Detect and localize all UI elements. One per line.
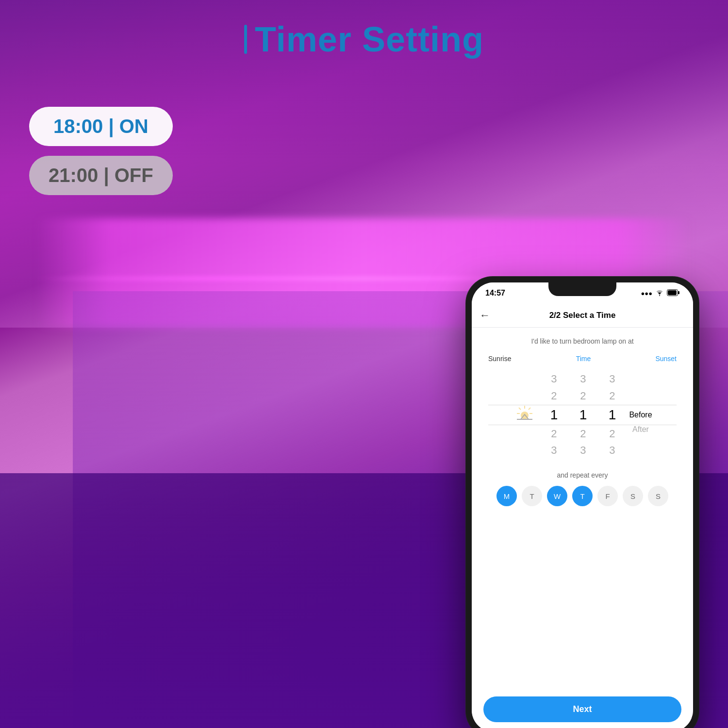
phone-notch (548, 282, 616, 296)
app-header: ← 2/2 Select a Time (472, 304, 693, 328)
day-saturday[interactable]: S (623, 486, 643, 506)
before-after-col[interactable]: Before After (629, 380, 652, 450)
picker-item-selected: 1 (571, 405, 595, 424)
day-label: M (504, 492, 510, 500)
picker-item: 3 (600, 372, 624, 387)
next-button[interactable]: Next (483, 696, 681, 722)
sunrise-col (513, 404, 537, 427)
days-row: M T W T (483, 486, 681, 506)
app-content: I'd like to turn bedroom lamp on at Sunr… (472, 328, 693, 516)
back-button[interactable]: ← (480, 309, 490, 322)
picker-item: 2 (542, 389, 566, 404)
day-wednesday[interactable]: W (547, 486, 567, 506)
header-title: 2/2 Select a Time (549, 311, 616, 320)
picker-item: 3 (571, 372, 595, 387)
before-after-item: After (632, 423, 649, 436)
day-thursday[interactable]: T (572, 486, 593, 506)
app-main: I'd like to turn bedroom lamp on at Sunr… (472, 328, 693, 687)
repeat-section: and repeat every M T W (483, 471, 681, 506)
picker-item-selected: 1 (542, 405, 566, 424)
repeat-label: and repeat every (483, 471, 681, 479)
title-bar-icon (244, 25, 247, 54)
svg-line-8 (519, 408, 521, 410)
day-friday[interactable]: F (597, 486, 618, 506)
scroll-picker[interactable]: 3 2 1 2 3 3 2 1 2 (483, 366, 681, 463)
page-title-area: Timer Setting (0, 19, 728, 59)
subtitle-text: I'd like to turn bedroom lamp on at (483, 337, 681, 345)
day-label: T (580, 492, 584, 500)
picker-item: 3 (542, 443, 566, 458)
page-title: Timer Setting (255, 19, 484, 59)
before-after-item (640, 380, 642, 393)
next-btn-container: Next (472, 687, 693, 728)
picker-item: 2 (600, 389, 624, 404)
timer-badges: 18:00 | ON 21:00 | OFF (29, 107, 173, 195)
time-options-row: Sunrise Time Sunset (483, 355, 681, 363)
phone-container: 14:57 ●●● (466, 277, 699, 728)
picker-item: 2 (600, 427, 624, 442)
time-label[interactable]: Time (576, 355, 591, 363)
picker-item: 3 (542, 372, 566, 387)
svg-rect-3 (678, 291, 679, 294)
app-screen: 14:57 ●●● (472, 282, 693, 728)
battery-icon (667, 289, 679, 298)
wifi-icon (655, 289, 664, 298)
day-label: S (630, 492, 635, 500)
timer-on-label: 18:00 | ON (53, 116, 149, 137)
sunrise-label[interactable]: Sunrise (488, 355, 511, 363)
day-label: T (529, 492, 534, 500)
picker-item: 3 (600, 443, 624, 458)
svg-rect-2 (668, 290, 677, 295)
picker-col-left[interactable]: 3 2 1 2 3 (542, 372, 566, 458)
status-time: 14:57 (485, 289, 505, 298)
before-after-item (640, 437, 642, 450)
day-tuesday[interactable]: T (522, 486, 542, 506)
picker-item: 2 (571, 389, 595, 404)
before-after-selected: Before (629, 409, 652, 421)
day-label: W (554, 492, 561, 500)
day-label: S (656, 492, 661, 500)
status-icons: ●●● (641, 289, 679, 298)
svg-point-0 (659, 295, 660, 296)
svg-line-9 (529, 408, 530, 410)
day-label: F (605, 492, 610, 500)
picker-item-selected: 1 (600, 405, 624, 424)
day-monday[interactable]: M (496, 486, 517, 506)
phone-inner: 14:57 ●●● (472, 282, 693, 728)
signal-icon: ●●● (641, 290, 652, 297)
picker-item: 2 (571, 427, 595, 442)
sunset-label[interactable]: Sunset (655, 355, 677, 363)
timer-off-badge: 21:00 | OFF (29, 156, 173, 195)
day-sunday[interactable]: S (648, 486, 668, 506)
picker-col-center[interactable]: 3 2 1 2 3 (571, 372, 595, 458)
phone-outer: 14:57 ●●● (466, 277, 699, 728)
timer-off-label: 21:00 | OFF (49, 165, 153, 186)
timer-on-badge: 18:00 | ON (29, 107, 173, 146)
picker-item: 3 (571, 443, 595, 458)
picker-item: 2 (542, 427, 566, 442)
picker-col-right[interactable]: 3 2 1 2 3 (600, 372, 624, 458)
before-after-item (640, 395, 642, 407)
